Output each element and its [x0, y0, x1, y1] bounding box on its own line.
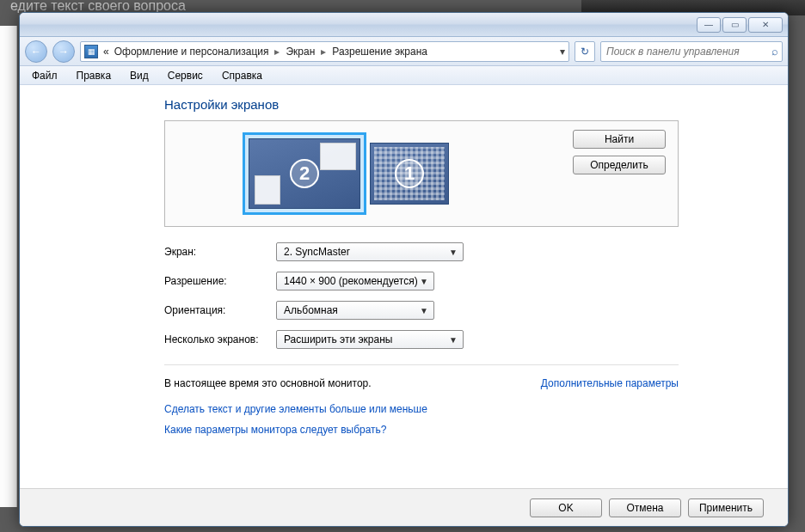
orientation-value: Альбомная — [284, 304, 338, 316]
window: — ▭ ✕ ← → ▦ « Оформление и персонализаци… — [19, 12, 789, 527]
search-box[interactable]: ⌕ — [600, 41, 783, 62]
breadcrumb[interactable]: Оформление и персонализация — [114, 46, 269, 58]
chevron-right-icon[interactable]: ▸ — [273, 46, 280, 58]
screen-select[interactable]: 2. SyncMaster ▼ — [276, 242, 464, 261]
multiple-displays-value: Расширить эти экраны — [284, 333, 392, 345]
advanced-settings-link[interactable]: Дополнительные параметры — [541, 377, 679, 389]
label-resolution: Разрешение: — [164, 275, 276, 287]
dialog-footer: OK Отмена Применить — [20, 488, 788, 526]
chevron-down-icon: ▼ — [420, 306, 428, 315]
status-row: В настоящее время это основной монитор. … — [164, 364, 679, 389]
address-dropdown[interactable]: ▾ — [560, 46, 565, 58]
forward-button[interactable]: → — [52, 40, 75, 63]
chevron-right-icon[interactable]: ▸ — [320, 46, 327, 58]
menu-tools[interactable]: Сервис — [159, 68, 212, 83]
help-links: Сделать текст и другие элементы больше и… — [164, 403, 679, 436]
search-input[interactable] — [605, 45, 771, 58]
page-title: Настройки экранов — [164, 97, 679, 112]
multiple-displays-select[interactable]: Расширить эти экраны ▼ — [276, 330, 464, 349]
identify-button[interactable]: Определить — [573, 156, 666, 174]
content-area: Настройки экранов 2 1 — [20, 85, 788, 488]
chevron-down-icon: ▼ — [420, 277, 428, 286]
search-icon[interactable]: ⌕ — [771, 45, 778, 58]
chevron-down-icon: ▼ — [449, 335, 458, 345]
refresh-button[interactable]: ↻ — [575, 41, 595, 62]
text-size-link[interactable]: Сделать текст и другие элементы больше и… — [164, 403, 679, 415]
minimize-button[interactable]: — — [697, 17, 721, 33]
chevron-down-icon: ▼ — [449, 248, 458, 257]
monitor-number: 2 — [290, 159, 319, 188]
background-left-strip — [0, 26, 17, 507]
menu-help[interactable]: Справка — [213, 68, 271, 83]
which-settings-link[interactable]: Какие параметры монитора следует выбрать… — [164, 424, 679, 436]
menu-view[interactable]: Вид — [121, 68, 157, 83]
monitor-1[interactable]: 1 — [370, 143, 449, 205]
breadcrumb-prefix: « — [103, 46, 109, 58]
primary-monitor-status: В настоящее время это основной монитор. — [164, 377, 372, 389]
apply-button[interactable]: Применить — [688, 498, 764, 517]
control-panel-icon: ▦ — [84, 45, 98, 58]
address-bar[interactable]: ▦ « Оформление и персонализация ▸ Экран … — [80, 41, 569, 62]
detect-button[interactable]: Найти — [573, 130, 666, 149]
label-orientation: Ориентация: — [164, 304, 276, 316]
orientation-select[interactable]: Альбомная ▼ — [276, 301, 434, 320]
back-button[interactable]: ← — [25, 40, 47, 63]
label-multiple-displays: Несколько экранов: — [164, 333, 276, 345]
titlebar: — ▭ ✕ — [20, 13, 788, 37]
breadcrumb[interactable]: Экран — [286, 46, 315, 58]
display-arrangement[interactable]: 2 1 Найти Определить — [164, 120, 679, 227]
maximize-button[interactable]: ▭ — [722, 17, 747, 33]
breadcrumb[interactable]: Разрешение экрана — [332, 46, 427, 58]
resolution-value: 1440 × 900 (рекомендуется) — [284, 275, 418, 287]
close-button[interactable]: ✕ — [748, 17, 783, 33]
settings-form: Экран: 2. SyncMaster ▼ Разрешение: 1440 … — [164, 242, 679, 349]
resolution-select[interactable]: 1440 × 900 (рекомендуется) ▼ — [276, 272, 434, 290]
menu-file[interactable]: Файл — [23, 68, 66, 83]
nav-row: ← → ▦ « Оформление и персонализация ▸ Эк… — [20, 37, 788, 66]
ok-button[interactable]: OK — [530, 498, 602, 517]
monitor-2[interactable]: 2 — [243, 132, 366, 215]
screen-value: 2. SyncMaster — [284, 246, 350, 258]
menu-edit[interactable]: Правка — [68, 68, 120, 83]
cancel-button[interactable]: Отмена — [609, 498, 681, 517]
menu-bar: Файл Правка Вид Сервис Справка — [20, 66, 788, 85]
label-screen: Экран: — [164, 246, 276, 258]
